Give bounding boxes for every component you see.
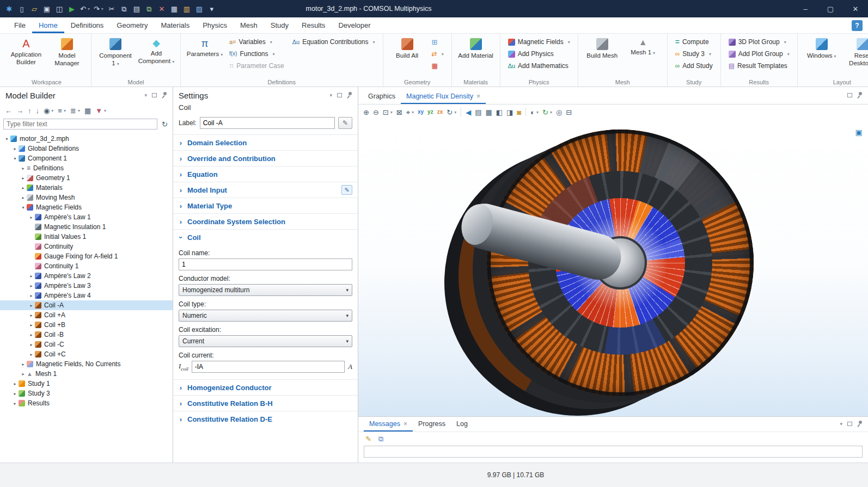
menu-tab-file[interactable]: File (8, 17, 32, 33)
expand-arrow-icon[interactable]: ▾ (3, 137, 10, 141)
expand-arrow-icon[interactable]: ▸ (20, 166, 27, 171)
model-manager-button[interactable]: Model Manager (47, 36, 87, 70)
add-component-button[interactable]: ◆Add Component▾ (137, 36, 176, 67)
expand-arrow-icon[interactable]: ▾ (11, 156, 19, 161)
filter-icon[interactable]: ▼▾ (94, 105, 108, 116)
tree-item-study-3[interactable]: ▸Study 3 (0, 389, 173, 398)
menu-tab-geometry[interactable]: Geometry (110, 17, 154, 33)
equation-contributions-button[interactable]: ΔuEquation Contributions▾ (289, 36, 378, 48)
tree-item-amp-re-s-law-3[interactable]: ▸Ampère's Law 3 (0, 281, 173, 291)
columns-icon[interactable]: ▦ (83, 105, 93, 116)
forward-icon[interactable]: → (15, 105, 25, 116)
pin-icon[interactable] (347, 92, 352, 98)
zoom-box-icon[interactable]: ⊡▾ (381, 107, 394, 118)
expand-arrow-icon[interactable]: ▸ (28, 332, 35, 337)
clear-icon[interactable]: ✎ (364, 434, 373, 445)
coil-name-input[interactable] (179, 258, 352, 270)
tree-item-continuity-1[interactable]: Continuity 1 (0, 261, 173, 271)
open-icon[interactable]: ▱ (28, 2, 40, 15)
scene-light-icon[interactable]: ◀ (464, 107, 473, 118)
menu-tab-physics[interactable]: Physics (196, 17, 234, 33)
tree-item-amp-re-s-law-4[interactable]: ▸Ampère's Law 4 (0, 291, 173, 300)
sort-icon[interactable]: ≣▾ (69, 105, 82, 116)
copy-icon[interactable]: ⧉ (118, 2, 130, 15)
zoom-extents-icon[interactable]: ⊠ (395, 107, 404, 118)
tree-item-component-1[interactable]: ▾Component 1 (0, 153, 173, 163)
compute-button[interactable]: =Compute (672, 36, 716, 48)
pin-icon[interactable] (162, 92, 167, 98)
tree-item-coil-b[interactable]: ▸Coil -B (0, 330, 173, 340)
functions-button[interactable]: f(x)Functions▾ (226, 48, 288, 60)
expand-arrow-icon[interactable]: ▸ (28, 342, 35, 347)
tree-item-amp-re-s-law-1[interactable]: ▸Ampère's Law 1 (0, 212, 173, 222)
label-input[interactable] (200, 117, 335, 129)
tree-item-results[interactable]: ▸Results (0, 398, 173, 408)
node-text-icon[interactable]: ≡▾ (56, 105, 68, 116)
tree-item-amp-re-s-law-2[interactable]: ▸Ampère's Law 2 (0, 271, 173, 281)
menu-tab-mesh[interactable]: Mesh (234, 17, 264, 33)
expand-arrow-icon[interactable]: ▸ (11, 401, 19, 406)
coil-type-select[interactable]: Numeric ▾ (179, 310, 352, 322)
cut-icon[interactable]: ✂ (106, 2, 118, 15)
move-up-icon[interactable]: ↑ (26, 105, 33, 116)
duplicate-icon[interactable]: ⧉ (143, 2, 155, 15)
parameters-button[interactable]: πParameters▾ (185, 36, 224, 60)
expand-arrow-icon[interactable]: ▸ (20, 372, 27, 377)
tree-item-global-definitions[interactable]: ▸Global Definitions (0, 144, 173, 153)
float-icon[interactable] (847, 92, 852, 98)
section-constitutive-relation-d-e[interactable]: ›Constitutive Relation D-E (173, 411, 358, 427)
copy-message-icon[interactable]: ⧉ (377, 434, 385, 445)
component-1-button[interactable]: Component 1▾ (96, 36, 135, 70)
view-zx-icon[interactable]: zx (436, 107, 445, 118)
zoom-in-icon[interactable]: ⊕ (362, 107, 371, 118)
float-icon[interactable] (152, 93, 157, 97)
insert-sequence-icon[interactable]: ⊞ (429, 36, 447, 48)
zoom-out-icon[interactable]: ⊖ (371, 107, 381, 118)
section-domain-selection[interactable]: ›Domain Selection (173, 134, 358, 150)
result-templates-button[interactable]: ▤Result Templates (725, 60, 793, 72)
expand-arrow-icon[interactable]: ▾ (20, 205, 27, 210)
section-constitutive-relation-b-h[interactable]: ›Constitutive Relation B-H (173, 395, 358, 411)
conductor-model-select[interactable]: Homogenized multiturn ▾ (179, 284, 352, 296)
tree-item-coil-c[interactable]: ▸Coil -C (0, 340, 173, 349)
tree-item-magnetic-insulation-1[interactable]: Magnetic Insulation 1 (0, 222, 173, 232)
tree-item-initial-values-1[interactable]: Initial Values 1 (0, 232, 173, 242)
evaluate-icon[interactable]: ▥ (181, 2, 193, 15)
move-down-icon[interactable]: ↓ (34, 105, 41, 116)
reset-desktop-button[interactable]: Reset Desktop▾ (843, 36, 868, 70)
transparency-icon[interactable]: ◧ (494, 107, 504, 118)
paste-icon[interactable]: ▤ (131, 2, 143, 15)
remove-details-icon[interactable]: ▦ (429, 60, 447, 72)
build-mesh-button[interactable]: Build Mesh (583, 36, 622, 62)
add-plot-group-button[interactable]: Add Plot Group▾ (725, 48, 793, 60)
menu-tab-definitions[interactable]: Definitions (64, 17, 111, 33)
comsol-logo-icon[interactable]: ✱ (3, 2, 15, 15)
expand-arrow-icon[interactable]: ▸ (28, 274, 35, 279)
update-cad-icon[interactable]: ⇄▾ (429, 48, 447, 60)
expand-arrow-icon[interactable]: ▸ (20, 186, 27, 190)
rotate-view-icon[interactable]: ↻▾ (445, 107, 458, 118)
tree-item-definitions[interactable]: ▸≡Definitions (0, 163, 173, 173)
tree-item-coil-a[interactable]: ▸Coil +A (0, 310, 173, 320)
edit-icon[interactable]: ✎ (341, 185, 352, 195)
tree-item-gauge-fixing-for-a-field-1[interactable]: Gauge Fixing for A-field 1 (0, 251, 173, 261)
chevron-down-icon[interactable]: ▾ (329, 93, 332, 98)
minimize-button[interactable]: – (793, 0, 818, 17)
tree-item-continuity[interactable]: Continuity (0, 242, 173, 251)
section-override-and-contribution[interactable]: ›Override and Contribution (173, 150, 358, 166)
update-solution-icon[interactable]: ↻▾ (541, 107, 554, 118)
section-homogenized-conductor[interactable]: ›Homogenized Conductor (173, 379, 358, 395)
messages-tab-progress[interactable]: Progress (413, 416, 451, 431)
expand-arrow-icon[interactable]: ▸ (28, 215, 35, 220)
redo-icon[interactable]: ↷▾ (92, 2, 105, 15)
add-physics-button[interactable]: Add Physics (505, 48, 573, 60)
graphics-tab-graphics[interactable]: Graphics (363, 89, 401, 104)
copy-table-icon[interactable]: ▨ (193, 2, 205, 15)
coil-current-input[interactable] (192, 361, 345, 373)
delete-icon[interactable]: ✕ (156, 2, 168, 15)
close-button[interactable]: ✕ (843, 0, 868, 17)
expand-arrow-icon[interactable]: ▸ (11, 146, 19, 151)
filter-input[interactable] (3, 119, 157, 130)
view-xy-icon[interactable]: xy (416, 107, 425, 118)
show-icon[interactable]: ◉▾ (42, 105, 55, 116)
